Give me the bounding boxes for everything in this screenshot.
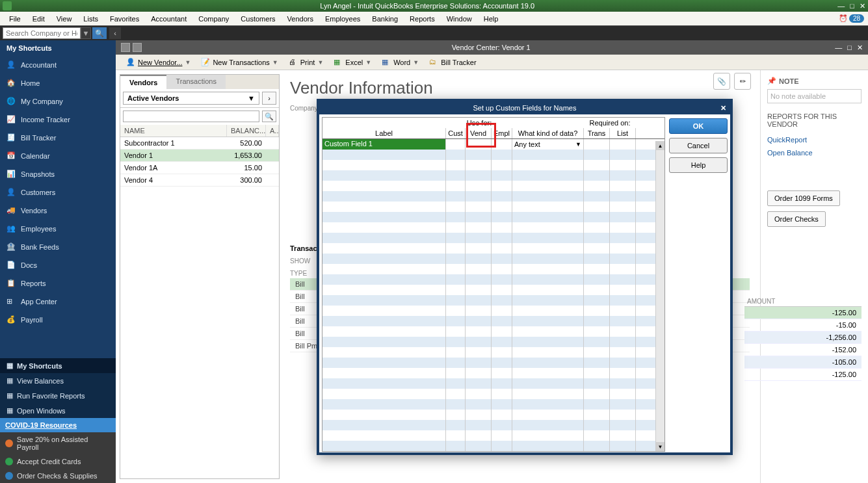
menu-company[interactable]: Company [193,14,234,24]
cancel-button[interactable]: Cancel [669,138,728,153]
excel-button[interactable]: ▦Excel▼ [330,57,375,68]
sidebar-tab-shortcuts[interactable]: ▦My Shortcuts [0,358,116,373]
word-button[interactable]: ▦Word▼ [378,57,423,68]
bill-tracker-button[interactable]: 🗂Bill Tracker [425,57,480,68]
sidebar-item-employees[interactable]: 👥Employees [0,220,116,238]
quickreport-link[interactable]: QuickReport [767,133,861,146]
maximize-icon[interactable]: □ [850,2,854,10]
grid-row[interactable] [322,420,664,430]
vendor-row[interactable]: Vendor 11,653.00 [120,150,279,162]
scroll-up-icon[interactable]: ▲ [656,141,664,150]
vendor-row[interactable]: Vendor 4300.00 [120,174,279,187]
sidebar-item-home[interactable]: 🏠Home [0,74,116,92]
window-icon[interactable] [133,43,142,52]
grid-row[interactable] [322,306,664,316]
sidebar-item-vendors[interactable]: 🚚Vendors [0,202,116,220]
grid-row[interactable] [322,358,664,368]
menu-accountant[interactable]: Accountant [146,14,192,24]
dialog-close-icon[interactable]: ✕ [720,104,726,112]
minimize-icon[interactable]: — [837,2,845,10]
tab-vendors[interactable]: Vendors [120,75,166,89]
sub-maximize-icon[interactable]: □ [847,44,852,52]
print-button[interactable]: 🖨Print▼ [285,57,328,68]
sidebar-tab-openwin[interactable]: ▦Open Windows [0,403,116,418]
filter-expand-button[interactable]: › [262,92,276,105]
sidebar-tab-balances[interactable]: ▦View Balances [0,373,116,388]
tab-transactions[interactable]: Transactions [166,75,226,89]
grid-row[interactable] [322,254,664,264]
grid-row[interactable] [322,274,664,285]
sub-close-icon[interactable]: ✕ [857,44,863,52]
window-icon[interactable] [121,43,130,52]
grid-row[interactable] [322,222,664,233]
menu-window[interactable]: Window [441,14,477,24]
vendor-row[interactable]: Subcontractor 1520.00 [120,137,279,150]
list-cell[interactable] [610,139,636,150]
sidebar-item-appcenter[interactable]: ⊞App Center [0,293,116,311]
edit-button[interactable]: ✏ [734,73,751,90]
vendor-row[interactable]: Vendor 1A15.00 [120,162,279,174]
menu-lists[interactable]: Lists [78,14,103,24]
grid-row[interactable] [322,389,664,399]
menu-customers[interactable]: Customers [235,14,280,24]
grid-row[interactable] [322,378,664,389]
covid-link[interactable]: COVID-19 Resources [0,418,116,432]
menu-reports[interactable]: Reports [404,14,440,24]
sidebar-tab-favreports[interactable]: ▦Run Favorite Reports [0,388,116,403]
note-input[interactable]: No note available [767,89,861,103]
menu-employees[interactable]: Employees [320,14,365,24]
vendor-filter-select[interactable]: Active Vendors▼ [123,92,259,105]
reminder-icon[interactable]: ⏰ [839,14,848,23]
grid-row[interactable] [322,160,664,170]
search-input[interactable] [3,27,81,39]
order-checks-button[interactable]: Order Checks [767,211,826,227]
grid-row[interactable] [322,264,664,274]
grid-row[interactable] [322,285,664,295]
grid-row[interactable] [322,212,664,222]
col-balance[interactable]: BALANC... [227,125,266,137]
grid-row[interactable] [322,191,664,202]
grid-row[interactable] [322,441,664,451]
grid-row[interactable] [322,337,664,347]
reminder-badge[interactable]: 28 [849,14,864,23]
grid-row[interactable] [322,150,664,160]
vend-cell[interactable] [466,139,492,150]
search-dropdown-icon[interactable]: ▼ [81,27,91,39]
label-cell[interactable]: Custom Field 1 [322,139,446,150]
sidebar-item-payroll[interactable]: 💰Payroll [0,311,116,329]
vendor-search-button[interactable]: 🔍 [262,111,276,122]
sidebar-item-bill[interactable]: 🧾Bill Tracker [0,129,116,147]
empl-cell[interactable] [492,139,512,150]
menu-vendors[interactable]: Vendors [282,14,319,24]
promo-cards[interactable]: Accept Credit Cards [0,454,116,469]
ok-button[interactable]: OK [669,118,728,134]
sidebar-item-customers[interactable]: 👤Customers [0,183,116,202]
cust-cell[interactable] [446,139,466,150]
col-name[interactable]: NAME [120,125,227,137]
attach-button[interactable]: 📎 [713,73,730,90]
grid-row[interactable] [322,430,664,441]
new-transactions-button[interactable]: 📝New Transactions▼ [197,57,282,68]
sidebar-item-docs[interactable]: 📄Docs [0,256,116,274]
menu-favorites[interactable]: Favorites [105,14,144,24]
menu-view[interactable]: View [51,14,77,24]
trans-cell[interactable] [584,139,610,150]
sidebar-collapse-icon[interactable]: ‹ [109,27,121,39]
grid-row[interactable] [322,347,664,358]
col-a[interactable]: A... [266,125,279,137]
grid-row[interactable] [322,202,664,212]
sidebar-item-calendar[interactable]: 📅Calendar [0,147,116,165]
sidebar-item-bankfeeds[interactable]: 🏦Bank Feeds [0,238,116,256]
grid-row[interactable]: Custom Field 1Any text▼ [322,139,664,150]
menu-banking[interactable]: Banking [367,14,403,24]
grid-row[interactable] [322,410,664,420]
grid-row[interactable] [322,316,664,326]
close-icon[interactable]: ✕ [860,2,865,10]
promo-payroll[interactable]: Save 20% on Assisted Payroll [0,432,116,454]
promo-checks[interactable]: Order Checks & Supplies [0,469,116,483]
grid-row[interactable] [322,295,664,306]
grid-row[interactable] [322,399,664,410]
sidebar-item-reports[interactable]: 📋Reports [0,274,116,293]
menu-file[interactable]: File [4,14,26,24]
grid-row[interactable] [322,368,664,378]
